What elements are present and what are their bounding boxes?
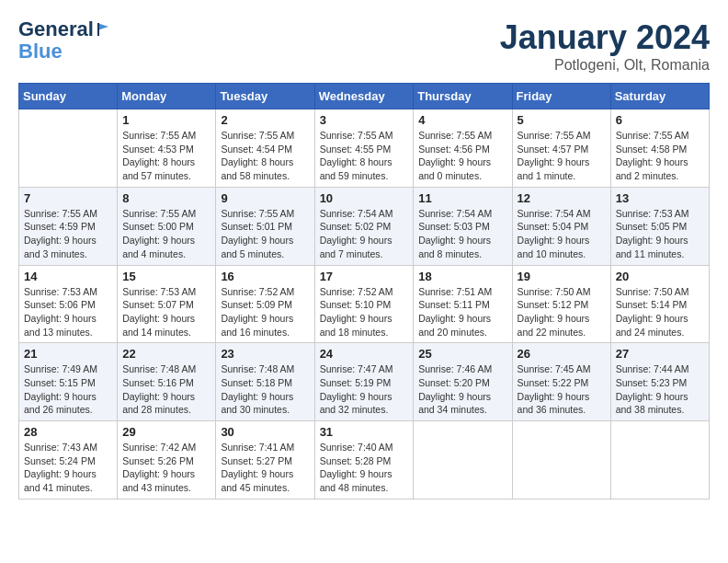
day-info: Sunrise: 7:55 AM Sunset: 4:54 PM Dayligh… bbox=[221, 129, 309, 183]
day-info: Sunrise: 7:54 AM Sunset: 5:03 PM Dayligh… bbox=[418, 207, 506, 261]
calendar-cell: 7Sunrise: 7:55 AM Sunset: 4:59 PM Daylig… bbox=[19, 187, 118, 265]
weekday-header-saturday: Saturday bbox=[610, 84, 709, 109]
day-number: 4 bbox=[418, 113, 506, 127]
day-info: Sunrise: 7:43 AM Sunset: 5:24 PM Dayligh… bbox=[24, 441, 112, 495]
calendar-cell: 29Sunrise: 7:42 AM Sunset: 5:26 PM Dayli… bbox=[118, 421, 216, 500]
day-number: 15 bbox=[122, 270, 210, 283]
calendar-cell: 31Sunrise: 7:40 AM Sunset: 5:28 PM Dayli… bbox=[314, 421, 414, 500]
day-number: 12 bbox=[518, 191, 606, 205]
day-number: 1 bbox=[122, 113, 210, 127]
calendar-cell: 13Sunrise: 7:53 AM Sunset: 5:05 PM Dayli… bbox=[610, 187, 709, 265]
day-info: Sunrise: 7:55 AM Sunset: 4:55 PM Dayligh… bbox=[320, 129, 409, 183]
calendar-cell: 17Sunrise: 7:52 AM Sunset: 5:10 PM Dayli… bbox=[314, 265, 414, 343]
weekday-header-wednesday: Wednesday bbox=[314, 84, 414, 109]
calendar-cell: 4Sunrise: 7:55 AM Sunset: 4:56 PM Daylig… bbox=[414, 109, 512, 188]
calendar-cell: 12Sunrise: 7:54 AM Sunset: 5:04 PM Dayli… bbox=[512, 187, 610, 265]
calendar-cell: 3Sunrise: 7:55 AM Sunset: 4:55 PM Daylig… bbox=[314, 109, 414, 188]
calendar-title: January 2024 bbox=[500, 18, 710, 57]
day-number: 31 bbox=[320, 425, 409, 439]
day-info: Sunrise: 7:55 AM Sunset: 5:01 PM Dayligh… bbox=[221, 207, 309, 261]
calendar-cell: 14Sunrise: 7:53 AM Sunset: 5:06 PM Dayli… bbox=[19, 265, 118, 343]
calendar-cell: 16Sunrise: 7:52 AM Sunset: 5:09 PM Dayli… bbox=[216, 265, 314, 343]
day-number: 5 bbox=[518, 113, 606, 127]
calendar-cell bbox=[414, 421, 512, 500]
calendar-cell: 18Sunrise: 7:51 AM Sunset: 5:11 PM Dayli… bbox=[414, 265, 512, 343]
day-info: Sunrise: 7:55 AM Sunset: 4:57 PM Dayligh… bbox=[518, 129, 606, 183]
calendar-cell: 20Sunrise: 7:50 AM Sunset: 5:14 PM Dayli… bbox=[610, 265, 709, 343]
calendar-cell: 9Sunrise: 7:55 AM Sunset: 5:01 PM Daylig… bbox=[216, 187, 314, 265]
day-info: Sunrise: 7:53 AM Sunset: 5:06 PM Dayligh… bbox=[24, 285, 112, 339]
calendar-cell bbox=[512, 421, 610, 500]
day-info: Sunrise: 7:42 AM Sunset: 5:26 PM Dayligh… bbox=[122, 441, 210, 495]
day-info: Sunrise: 7:48 AM Sunset: 5:16 PM Dayligh… bbox=[122, 362, 210, 417]
day-info: Sunrise: 7:48 AM Sunset: 5:18 PM Dayligh… bbox=[221, 362, 309, 417]
day-info: Sunrise: 7:50 AM Sunset: 5:12 PM Dayligh… bbox=[518, 285, 606, 339]
day-info: Sunrise: 7:51 AM Sunset: 5:11 PM Dayligh… bbox=[418, 285, 506, 339]
day-number: 24 bbox=[320, 347, 409, 361]
calendar-cell: 26Sunrise: 7:45 AM Sunset: 5:22 PM Dayli… bbox=[512, 343, 610, 421]
header: General Blue January 2024 Potlogeni, Olt… bbox=[18, 18, 710, 74]
weekday-header-sunday: Sunday bbox=[19, 84, 118, 109]
day-info: Sunrise: 7:40 AM Sunset: 5:28 PM Dayligh… bbox=[320, 441, 409, 495]
calendar-cell: 8Sunrise: 7:55 AM Sunset: 5:00 PM Daylig… bbox=[118, 187, 216, 265]
day-number: 9 bbox=[221, 191, 309, 205]
calendar-cell: 10Sunrise: 7:54 AM Sunset: 5:02 PM Dayli… bbox=[314, 187, 414, 265]
day-number: 14 bbox=[24, 270, 112, 283]
calendar-week-row: 1Sunrise: 7:55 AM Sunset: 4:53 PM Daylig… bbox=[19, 109, 710, 188]
day-info: Sunrise: 7:53 AM Sunset: 5:05 PM Dayligh… bbox=[616, 207, 704, 261]
calendar-cell: 2Sunrise: 7:55 AM Sunset: 4:54 PM Daylig… bbox=[216, 109, 314, 188]
calendar-cell: 19Sunrise: 7:50 AM Sunset: 5:12 PM Dayli… bbox=[512, 265, 610, 343]
calendar-subtitle: Potlogeni, Olt, Romania bbox=[500, 57, 710, 74]
calendar-cell: 22Sunrise: 7:48 AM Sunset: 5:16 PM Dayli… bbox=[118, 343, 216, 421]
day-number: 8 bbox=[122, 191, 210, 205]
calendar-table: SundayMondayTuesdayWednesdayThursdayFrid… bbox=[18, 83, 710, 500]
day-number: 20 bbox=[616, 270, 704, 283]
calendar-week-row: 21Sunrise: 7:49 AM Sunset: 5:15 PM Dayli… bbox=[19, 343, 710, 421]
day-info: Sunrise: 7:44 AM Sunset: 5:23 PM Dayligh… bbox=[616, 362, 704, 417]
day-number: 16 bbox=[221, 270, 309, 283]
day-info: Sunrise: 7:55 AM Sunset: 4:56 PM Dayligh… bbox=[418, 129, 506, 183]
day-info: Sunrise: 7:46 AM Sunset: 5:20 PM Dayligh… bbox=[418, 362, 506, 417]
logo-text-blue: Blue bbox=[18, 40, 63, 63]
calendar-cell: 1Sunrise: 7:55 AM Sunset: 4:53 PM Daylig… bbox=[118, 109, 216, 188]
calendar-cell: 23Sunrise: 7:48 AM Sunset: 5:18 PM Dayli… bbox=[216, 343, 314, 421]
day-number: 18 bbox=[418, 270, 506, 283]
day-info: Sunrise: 7:52 AM Sunset: 5:10 PM Dayligh… bbox=[320, 285, 409, 339]
day-number: 23 bbox=[221, 347, 309, 361]
calendar-cell: 30Sunrise: 7:41 AM Sunset: 5:27 PM Dayli… bbox=[216, 421, 314, 500]
calendar-cell: 6Sunrise: 7:55 AM Sunset: 4:58 PM Daylig… bbox=[610, 109, 709, 188]
day-number: 27 bbox=[616, 347, 704, 361]
day-info: Sunrise: 7:52 AM Sunset: 5:09 PM Dayligh… bbox=[221, 285, 309, 339]
weekday-header-row: SundayMondayTuesdayWednesdayThursdayFrid… bbox=[19, 84, 710, 109]
calendar-cell: 25Sunrise: 7:46 AM Sunset: 5:20 PM Dayli… bbox=[414, 343, 512, 421]
day-number: 10 bbox=[320, 191, 409, 205]
day-info: Sunrise: 7:41 AM Sunset: 5:27 PM Dayligh… bbox=[221, 441, 309, 495]
logo-flag-icon bbox=[96, 21, 112, 38]
calendar-cell: 24Sunrise: 7:47 AM Sunset: 5:19 PM Dayli… bbox=[314, 343, 414, 421]
weekday-header-tuesday: Tuesday bbox=[216, 84, 314, 109]
day-number: 6 bbox=[616, 113, 704, 127]
weekday-header-friday: Friday bbox=[512, 84, 610, 109]
title-area: January 2024 Potlogeni, Olt, Romania bbox=[500, 18, 710, 74]
day-number: 7 bbox=[24, 191, 112, 205]
day-info: Sunrise: 7:55 AM Sunset: 4:53 PM Dayligh… bbox=[122, 129, 210, 183]
day-number: 21 bbox=[24, 347, 112, 361]
calendar-week-row: 7Sunrise: 7:55 AM Sunset: 4:59 PM Daylig… bbox=[19, 187, 710, 265]
day-info: Sunrise: 7:54 AM Sunset: 5:04 PM Dayligh… bbox=[518, 207, 606, 261]
calendar-cell: 11Sunrise: 7:54 AM Sunset: 5:03 PM Dayli… bbox=[414, 187, 512, 265]
day-number: 25 bbox=[418, 347, 506, 361]
day-info: Sunrise: 7:49 AM Sunset: 5:15 PM Dayligh… bbox=[24, 362, 112, 417]
day-info: Sunrise: 7:50 AM Sunset: 5:14 PM Dayligh… bbox=[616, 285, 704, 339]
calendar-cell bbox=[610, 421, 709, 500]
day-number: 19 bbox=[518, 270, 606, 283]
day-info: Sunrise: 7:55 AM Sunset: 5:00 PM Dayligh… bbox=[122, 207, 210, 261]
calendar-week-row: 28Sunrise: 7:43 AM Sunset: 5:24 PM Dayli… bbox=[19, 421, 710, 500]
day-info: Sunrise: 7:45 AM Sunset: 5:22 PM Dayligh… bbox=[518, 362, 606, 417]
day-number: 13 bbox=[616, 191, 704, 205]
day-number: 22 bbox=[122, 347, 210, 361]
calendar-cell bbox=[19, 109, 118, 188]
day-number: 29 bbox=[122, 425, 210, 439]
calendar-cell: 21Sunrise: 7:49 AM Sunset: 5:15 PM Dayli… bbox=[19, 343, 118, 421]
day-info: Sunrise: 7:55 AM Sunset: 4:59 PM Dayligh… bbox=[24, 207, 112, 261]
day-number: 2 bbox=[221, 113, 309, 127]
